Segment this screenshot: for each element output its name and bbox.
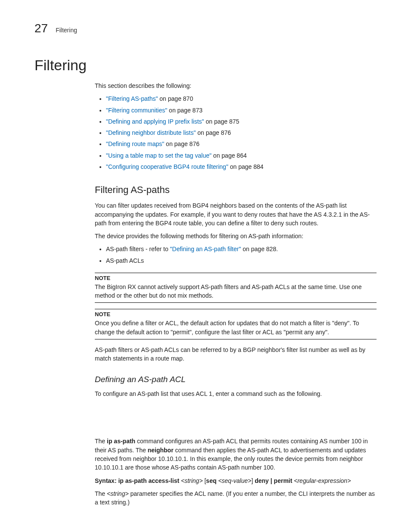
syntax-arg: <seq-value> (218, 477, 251, 484)
heading-defining-as-path-acl: Defining an AS-path ACL (95, 373, 377, 386)
note-heading: NOTE (95, 273, 377, 283)
toc-link[interactable]: "Using a table map to set the tag value" (106, 152, 212, 159)
paragraph: The ip as-path command configures an AS-… (95, 437, 377, 472)
code-placeholder (95, 402, 377, 432)
toc-link[interactable]: "Defining route maps" (106, 140, 164, 147)
toc-link[interactable]: "Configuring cooperative BGP4 route filt… (106, 163, 228, 170)
text: on page 828. (241, 246, 278, 252)
toc-suffix: on page 876 (196, 129, 231, 136)
syntax-keyword: seq (206, 477, 218, 484)
list-item: AS-path filters - refer to "Defining an … (106, 245, 377, 253)
note-body: Once you define a filter or ACL, the def… (95, 319, 377, 339)
syntax-arg: <string> (107, 490, 129, 497)
toc-item: "Filtering communities" on page 873 (106, 106, 377, 115)
toc-item: "Defining and applying IP prefix lists" … (106, 117, 377, 126)
note-heading: NOTE (95, 309, 377, 319)
toc-suffix: on page 864 (212, 152, 247, 159)
paragraph: To configure an AS-path list that uses A… (95, 389, 377, 398)
toc-suffix: on page 884 (228, 163, 264, 170)
methods-list: AS-path filters - refer to "Defining an … (95, 245, 377, 265)
chapter-number: 27 (34, 22, 48, 35)
note-block: NOTE The BigIron RX cannot actively supp… (95, 273, 377, 303)
toc-link[interactable]: "Filtering AS-paths" (106, 95, 158, 102)
list-item: AS-path ACLs (106, 256, 377, 265)
toc-item: "Using a table map to set the tag value"… (106, 151, 377, 160)
text: The (95, 438, 107, 445)
syntax-cmd: ip as-path access-list (118, 477, 181, 484)
paragraph: The device provides the following method… (95, 232, 377, 240)
syntax-label: Syntax: (95, 477, 118, 484)
paragraph: The <string> parameter specifies the ACL… (95, 489, 377, 507)
toc-link[interactable]: "Filtering communities" (106, 107, 167, 114)
toc-suffix: on page 870 (158, 95, 193, 102)
paragraph: You can filter updates received from BGP… (95, 201, 377, 227)
toc-link[interactable]: "Defining and applying IP prefix lists" (106, 118, 204, 125)
syntax-arg: <regular-expression> (294, 477, 351, 484)
toc-link[interactable]: "Defining neighbor distribute lists" (106, 129, 196, 136)
xref-link[interactable]: "Defining an AS-path filter" (170, 246, 241, 252)
note-block: NOTE Once you define a filter or ACL, th… (95, 309, 377, 339)
heading-filtering-as-paths: Filtering AS-paths (95, 183, 377, 197)
text: AS-path filters - refer to (106, 246, 170, 252)
body-content: This section describes the following: "F… (95, 81, 377, 507)
syntax-line: Syntax: ip as-path access-list <string> … (95, 476, 377, 485)
text: parameter specifies the ACL name. (If yo… (95, 490, 375, 506)
paragraph: AS-path filters or AS-path ACLs can be r… (95, 345, 377, 363)
toc-suffix: on page 876 (164, 140, 199, 147)
text: The (95, 490, 107, 497)
syntax-keyword: deny | permit (255, 477, 294, 484)
page-title: Filtering (34, 57, 377, 74)
toc-suffix: on page 875 (204, 118, 240, 125)
command-name: ip as-path (107, 438, 135, 445)
note-body: The BigIron RX cannot actively support A… (95, 283, 377, 303)
page-header: 27 Filtering (34, 22, 377, 35)
toc-item: "Configuring cooperative BGP4 route filt… (106, 162, 377, 171)
toc-item: "Defining neighbor distribute lists" on … (106, 128, 377, 137)
chapter-label: Filtering (56, 27, 77, 34)
toc-list: "Filtering AS-paths" on page 870 "Filter… (95, 94, 377, 171)
toc-item: "Defining route maps" on page 876 (106, 140, 377, 148)
intro-text: This section describes the following: (95, 81, 377, 90)
syntax-arg: <string> (181, 477, 203, 484)
command-name: neighbor (148, 447, 174, 454)
toc-item: "Filtering AS-paths" on page 870 (106, 94, 377, 103)
toc-suffix: on page 873 (167, 107, 202, 114)
